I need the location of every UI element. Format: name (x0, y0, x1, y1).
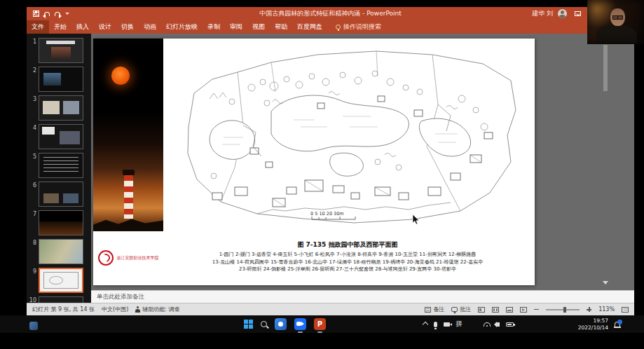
slide-thumbnail-panel[interactable]: 1 2 3 4 5 6 7 8 9 10 (27, 34, 91, 303)
thumbnail-image[interactable] (39, 124, 83, 149)
widgets-icon[interactable] (29, 322, 38, 330)
tab-baidu-netdisk[interactable]: 百度网盘 (292, 20, 327, 34)
legend-line: 1-园门 2-腰门 3-远香堂 4-倚玉轩 5-小飞虹 6-松风亭 7-小沧浪 … (162, 251, 533, 259)
tab-design[interactable]: 设计 (94, 20, 116, 34)
taskbar-clock[interactable]: 19:57 2022/10/14 (578, 317, 608, 331)
notification-badge (617, 320, 622, 324)
tab-slideshow[interactable]: 幻灯片放映 (161, 20, 203, 34)
slide-thumbnail-5[interactable]: 5 (29, 153, 88, 178)
ime-indicator[interactable]: 拼 (456, 320, 463, 329)
thumbnail-image[interactable] (39, 268, 83, 293)
taskbar-app-meeting[interactable] (294, 318, 306, 330)
plan-scale-label: 0 5 10 20 30m (310, 211, 344, 217)
reading-view-button[interactable] (506, 307, 513, 313)
slide-sorter-view-button[interactable] (492, 307, 499, 313)
webcam-person-glasses (612, 15, 624, 19)
tab-insert[interactable]: 插入 (71, 20, 94, 34)
zoom-out-button[interactable] (534, 309, 539, 310)
tray-expand-chevron-icon[interactable] (423, 321, 428, 327)
network-icon[interactable] (484, 322, 491, 327)
thumbnail-image[interactable] (39, 182, 83, 207)
start-button[interactable] (244, 320, 253, 329)
mouse-cursor (412, 214, 420, 226)
tab-home[interactable]: 开始 (49, 20, 71, 34)
garden-plan-figure[interactable]: 0 5 10 20 30m (167, 43, 529, 236)
thumbnail-image[interactable] (39, 153, 83, 178)
editor-column: 浙江安防职业技术学院 (91, 34, 634, 303)
zoom-in-button[interactable] (587, 307, 591, 312)
thumbnail-image[interactable] (39, 38, 83, 63)
legend-line: 23-听雨轩 24-倒影楼 25-浮翠阁 26-留听阁 27-三十六鸳鸯馆 28… (162, 266, 533, 273)
thumbnail-image[interactable] (39, 239, 83, 264)
scrollbar-thumb[interactable] (603, 45, 608, 91)
ribbon-display-options-button[interactable] (572, 7, 583, 20)
college-logo-block: 浙江安防职业技术学院 (93, 231, 163, 285)
thumbnail-image[interactable] (39, 67, 83, 92)
language-indicator[interactable]: 中文(中国) (102, 306, 128, 313)
tab-review[interactable]: 审阅 (225, 20, 247, 34)
zoom-slider[interactable] (546, 309, 580, 310)
save-icon[interactable] (33, 11, 39, 17)
tell-me-search[interactable]: 操作说明搜索 (336, 20, 381, 34)
slide-thumbnail-4[interactable]: 4 (29, 124, 88, 149)
notes-pane[interactable]: 单击此处添加备注 (91, 290, 634, 303)
slide-thumbnail-3[interactable]: 3 (29, 95, 88, 121)
qat-customize-chevron-icon[interactable] (65, 13, 69, 15)
comments-toggle-button[interactable]: 批注 (451, 306, 471, 313)
fit-to-window-button[interactable] (622, 307, 629, 313)
thumbnail-image[interactable] (39, 95, 83, 121)
slide-canvas: 浙江安防职业技术学院 (91, 34, 634, 290)
current-slide[interactable]: 浙江安防职业技术学院 (93, 39, 535, 285)
slide-number: 10 (29, 296, 36, 303)
tab-view[interactable]: 视图 (247, 20, 270, 34)
tab-animations[interactable]: 动画 (139, 20, 161, 34)
normal-view-button[interactable] (478, 307, 485, 313)
slide-thumbnail-10[interactable]: 10 (29, 296, 88, 303)
battery-icon[interactable] (506, 322, 514, 327)
notification-bell-icon[interactable] (615, 322, 620, 327)
taskbar-search-icon[interactable] (261, 321, 267, 327)
taskbar-tray: 拼 19:57 2022/10/14 (423, 315, 620, 333)
volume-icon[interactable] (497, 322, 500, 327)
college-logo-text: 浙江安防职业技术学院 (117, 255, 159, 261)
taskbar-center: P (244, 315, 326, 333)
clock-time: 19:57 (593, 317, 608, 324)
account-name[interactable]: 建华 刘 (532, 9, 553, 18)
slide-thumbnail-2[interactable]: 2 (29, 67, 88, 92)
slideshow-button[interactable] (520, 307, 527, 313)
zoom-slider-thumb[interactable] (563, 307, 566, 313)
webcam-lamp-glow (587, 0, 617, 28)
camera-icon[interactable] (444, 322, 450, 327)
redo-icon[interactable] (55, 12, 60, 16)
slide-side-photo[interactable]: 浙江安防职业技术学院 (93, 39, 163, 285)
zoom-level[interactable]: 113% (598, 306, 615, 313)
slide-thumbnail-9-selected[interactable]: 9 (29, 268, 88, 293)
slide-thumbnail-7[interactable]: 7 (29, 210, 88, 235)
slide-thumbnail-1[interactable]: 1 (29, 38, 88, 63)
notes-toggle-button[interactable]: 备注 (425, 306, 444, 313)
thumbnail-image[interactable] (39, 296, 83, 303)
account-avatar[interactable] (558, 9, 567, 18)
webcam-person-body (596, 25, 637, 44)
tab-file[interactable]: 文件 (27, 20, 49, 34)
thumbnail-image[interactable] (39, 210, 83, 235)
comments-icon (451, 307, 458, 312)
vertical-scrollbar[interactable] (603, 36, 609, 285)
slide-thumbnail-8[interactable]: 8 (29, 239, 88, 264)
tab-transitions[interactable]: 切换 (116, 20, 139, 34)
lighthouse-top (123, 170, 135, 175)
accessibility-status[interactable]: 辅助功能: 调查 (135, 306, 179, 313)
taskbar-app-powerpoint[interactable]: P (314, 318, 326, 330)
title-bar: 中国古典园林的形式特征和精神内涵 - PowerPoint 建华 刘 (27, 7, 634, 20)
tab-help[interactable]: 帮助 (270, 20, 292, 34)
slide-counter: 幻灯片 第 9 张, 共 14 张 (32, 306, 95, 313)
taskbar-app-browser[interactable] (275, 318, 287, 330)
undo-icon[interactable] (44, 12, 50, 16)
slide-number: 4 (29, 124, 36, 149)
webcam-overlay[interactable] (587, 0, 644, 44)
microphone-icon[interactable] (434, 322, 437, 327)
slide-thumbnail-6[interactable]: 6 (29, 182, 88, 207)
scroll-down-icon[interactable] (603, 281, 608, 285)
tab-record[interactable]: 录制 (203, 20, 225, 34)
slide-number: 1 (29, 38, 36, 63)
